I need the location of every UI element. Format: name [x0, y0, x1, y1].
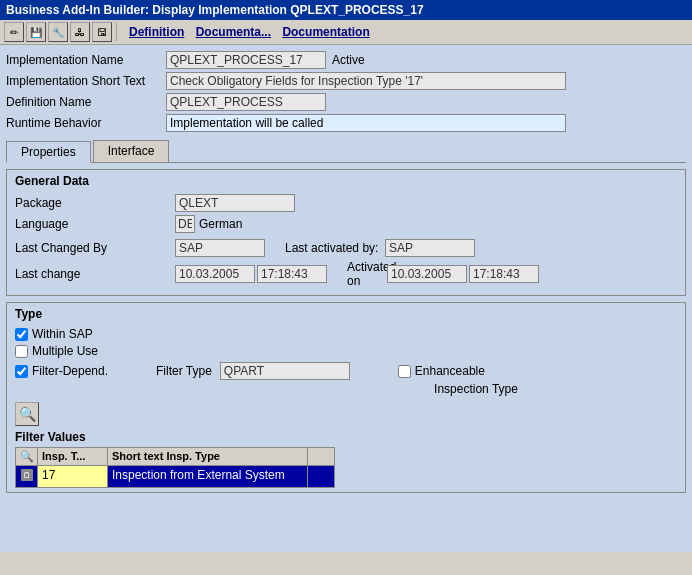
icon-btn-row: 🔍 — [15, 402, 677, 426]
type-title: Type — [15, 307, 677, 321]
activated-on-label: Activated on — [327, 260, 387, 288]
grid-row-icon-cell: 🗒 — [16, 466, 38, 487]
menu-documentation[interactable]: Documentation — [278, 23, 373, 41]
impl-name-row: Implementation Name Active — [6, 51, 686, 69]
menu-definition[interactable]: Definition — [125, 23, 188, 41]
language-label: Language — [15, 217, 175, 231]
last-change-row: Last change Activated on — [15, 260, 677, 288]
inspection-type-label: Inspection Type — [275, 382, 677, 396]
filter-type-input[interactable] — [220, 362, 350, 380]
tabs-container: Properties Interface — [6, 140, 686, 163]
filter-depend-checkbox[interactable] — [15, 365, 28, 378]
def-name-label: Definition Name — [6, 95, 166, 109]
tab-interface[interactable]: Interface — [93, 140, 170, 162]
toolbar-icon-info[interactable]: 🖫 — [92, 22, 112, 42]
type-section: Type Within SAP Multiple Use Filter-Depe… — [6, 302, 686, 493]
filter-type-label: Filter Type — [156, 364, 212, 378]
row-icon: 🗒 — [20, 468, 34, 482]
filter-search-icon-btn[interactable]: 🔍 — [15, 402, 39, 426]
last-change-label: Last change — [15, 267, 175, 281]
grid-row-17[interactable]: 🗒 17 Inspection from External System — [15, 466, 335, 488]
impl-short-text-label: Implementation Short Text — [6, 74, 166, 88]
package-input[interactable] — [175, 194, 295, 212]
grid-row-short-text-cell: Inspection from External System — [108, 466, 308, 487]
activated-on-date-input[interactable] — [387, 265, 467, 283]
multiple-use-row: Multiple Use — [15, 344, 677, 358]
impl-name-label: Implementation Name — [6, 53, 166, 67]
runtime-input[interactable] — [166, 114, 566, 132]
language-code-input[interactable] — [175, 215, 195, 233]
grid-header: 🔍 Insp. T... Short text Insp. Type — [15, 447, 335, 466]
runtime-label: Runtime Behavior — [6, 116, 166, 130]
grid-header-short-text: Short text Insp. Type — [108, 448, 308, 465]
last-changed-by-label: Last Changed By — [15, 241, 175, 255]
last-changed-row: Last Changed By Last activated by: — [15, 239, 677, 257]
enhanceable-label: Enhanceable — [415, 364, 485, 378]
toolbar: ✏ 💾 🔧 🖧 🖫 Definition Documenta... Docume… — [0, 20, 692, 45]
title-text: Business Add-In Builder: Display Impleme… — [6, 3, 424, 17]
grid-header-insp-type: Insp. T... — [38, 448, 108, 465]
within-sap-row: Within SAP — [15, 327, 677, 341]
enhanceable-checkbox[interactable] — [398, 365, 411, 378]
general-data-section: General Data Package Language German Las… — [6, 169, 686, 296]
grid-row-insp-type-cell: 17 — [38, 466, 108, 487]
within-sap-checkbox[interactable] — [15, 328, 28, 341]
menu-documenta[interactable]: Documenta... — [192, 23, 275, 41]
status-text: Active — [332, 53, 365, 67]
def-name-row: Definition Name — [6, 93, 686, 111]
main-content: Implementation Name Active Implementatio… — [0, 45, 692, 552]
tab-properties[interactable]: Properties — [6, 141, 91, 163]
language-name: German — [199, 217, 242, 231]
filter-values-grid: 🔍 Insp. T... Short text Insp. Type 🗒 17 … — [15, 447, 335, 488]
title-bar: Business Add-In Builder: Display Impleme… — [0, 0, 692, 20]
toolbar-sep — [116, 23, 117, 41]
toolbar-icon-clipboard[interactable]: 🔧 — [48, 22, 68, 42]
toolbar-icon-save[interactable]: 💾 — [26, 22, 46, 42]
package-row: Package — [15, 194, 677, 212]
runtime-row: Runtime Behavior — [6, 114, 686, 132]
multiple-use-label: Multiple Use — [32, 344, 98, 358]
toolbar-icon-edit[interactable]: ✏ — [4, 22, 24, 42]
last-change-time-input[interactable] — [257, 265, 327, 283]
impl-short-text-row: Implementation Short Text — [6, 72, 686, 90]
within-sap-label: Within SAP — [32, 327, 93, 341]
activated-on-time-input[interactable] — [469, 265, 539, 283]
general-data-title: General Data — [15, 174, 677, 188]
package-label: Package — [15, 196, 175, 210]
impl-short-text-input[interactable] — [166, 72, 566, 90]
language-row: Language German — [15, 215, 677, 233]
last-change-date-input[interactable] — [175, 265, 255, 283]
filter-depend-label: Filter-Depend. — [32, 364, 108, 378]
filter-depend-row: Filter-Depend. Filter Type Enhanceable — [15, 362, 677, 380]
menu-bar-inline: Definition Documenta... Documentation — [125, 25, 374, 39]
multiple-use-checkbox[interactable] — [15, 345, 28, 358]
last-activated-label: Last activated by: — [265, 241, 385, 255]
last-changed-by-input[interactable] — [175, 239, 265, 257]
impl-name-input[interactable] — [166, 51, 326, 69]
last-activated-by-input[interactable] — [385, 239, 475, 257]
grid-header-icon: 🔍 — [16, 448, 38, 465]
def-name-input[interactable] — [166, 93, 326, 111]
svg-text:🗒: 🗒 — [23, 471, 31, 480]
filter-values-label: Filter Values — [15, 430, 677, 444]
toolbar-icon-print[interactable]: 🖧 — [70, 22, 90, 42]
